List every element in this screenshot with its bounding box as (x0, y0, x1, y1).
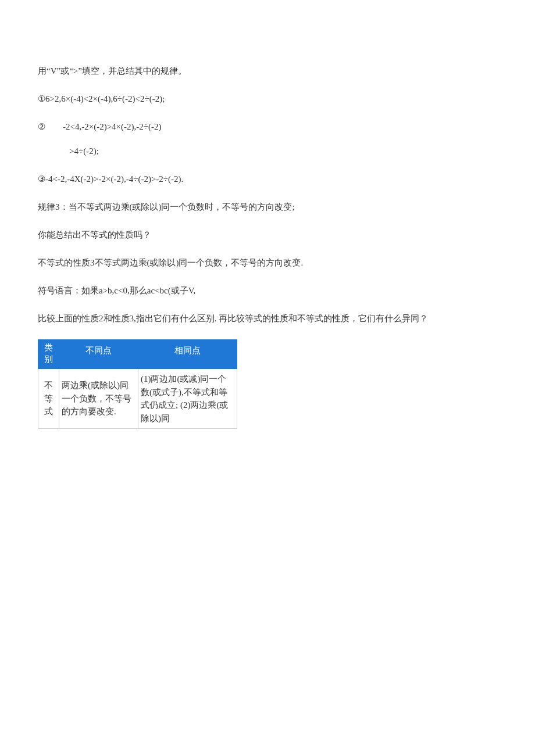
paragraph-rule-3: 规律3：当不等式两边乘(或除以)同一个负数时，不等号的方向改变; (38, 200, 497, 214)
paragraph-question-1: 你能总结出不等式的性质吗？ (38, 228, 497, 242)
text-line: ② -2<4,-2×(-2)>4×(-2),-2÷(-2) (38, 120, 497, 134)
text-line: 你能总结出不等式的性质吗？ (38, 230, 151, 239)
table-header-differences: 不同点 (59, 340, 138, 369)
table-cell-differences: 两边乘(或除以)同一个负数，不等号的方向要改变. (59, 369, 138, 429)
text-line: 符号语言：如果a>b,c<0,那么ac<bc(或子V, (38, 286, 195, 295)
table-cell-category: 不等式 (38, 369, 59, 429)
paragraph-item-3: ③-4<-2,-4X(-2)>-2×(-2),-4÷(-2)>-2÷(-2). (38, 172, 497, 186)
paragraph-comparison-question: 比较上面的性质2和性质3,指出它们有什么区别. 再比较等式的性质和不等式的性质，… (38, 311, 497, 325)
text-line: ③-4<-2,-4X(-2)>-2×(-2),-4÷(-2)>-2÷(-2). (38, 174, 183, 184)
paragraph-item-1: ①6>2,6×(-4)<2×(-4),6÷(-2)<2÷(-2); (38, 92, 497, 106)
paragraph-symbol-language: 符号语言：如果a>b,c<0,那么ac<bc(或子V, (38, 284, 497, 298)
text-line: 比较上面的性质2和性质3,指出它们有什么区别. 再比较等式的性质和不等式的性质，… (38, 314, 428, 323)
text-line: 规律3：当不等式两边乘(或除以)同一个负数时，不等号的方向改变; (38, 202, 295, 212)
text-line: 不等式的性质3不等式两边乘(或除以)同一个负数，不等号的方向改变. (38, 258, 303, 267)
table-header-category: 类别 (38, 340, 59, 369)
table-header-row: 类别 不同点 相同点 (38, 340, 237, 369)
text-line: 用“V”或“>”填空，并总结其中的规律。 (38, 66, 187, 76)
table-header-similarities: 相同点 (138, 340, 237, 369)
comparison-table: 类别 不同点 相同点 不等式 两边乘(或除以)同一个负数，不等号的方向要改变. … (38, 339, 237, 429)
paragraph-property-3: 不等式的性质3不等式两边乘(或除以)同一个负数，不等号的方向改变. (38, 256, 497, 270)
text-line: ①6>2,6×(-4)<2×(-4),6÷(-2)<2÷(-2); (38, 94, 165, 103)
table-cell-similarities: (1)两边加(或减)同一个数(或式子),不等式和等式仍成立; (2)两边乘(或除… (138, 369, 237, 429)
paragraph-item-2: ② -2<4,-2×(-2)>4×(-2),-2÷(-2) >4÷(-2); (38, 120, 497, 158)
paragraph-intro: 用“V”或“>”填空，并总结其中的规律。 (38, 64, 497, 78)
table-row: 不等式 两边乘(或除以)同一个负数，不等号的方向要改变. (1)两边加(或减)同… (38, 369, 237, 429)
text-line-continuation: >4÷(-2); (38, 144, 497, 158)
